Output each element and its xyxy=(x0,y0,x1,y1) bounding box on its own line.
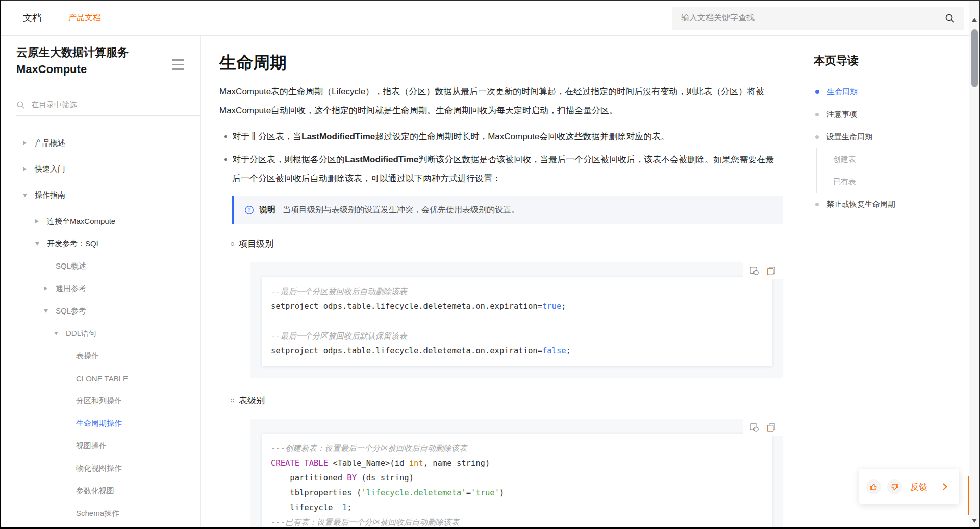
toc-item-label: 设置生命周期 xyxy=(826,132,872,142)
doc-search-placeholder: 输入文档关键字查找 xyxy=(681,13,755,23)
copy-code-icon[interactable] xyxy=(766,423,776,432)
section-heading-text: 项目级别 xyxy=(239,238,273,250)
toc-item[interactable]: 禁止或恢复生命周期 xyxy=(814,193,967,215)
view-code-icon[interactable] xyxy=(749,423,759,432)
sidebar-item[interactable]: 产品概述 xyxy=(1,132,200,154)
toc-filter-placeholder: 在目录中筛选 xyxy=(31,100,77,110)
expand-arrow-icon[interactable] xyxy=(35,219,47,223)
toc-item-label: 生命周期 xyxy=(827,87,858,97)
section-heading: 项目级别 xyxy=(231,236,783,251)
collapse-arrow-icon[interactable] xyxy=(35,242,47,246)
sidebar-item-label: Schema操作 xyxy=(76,509,119,518)
toc-item[interactable]: 注意事项 xyxy=(814,103,967,126)
sidebar-item[interactable]: 操作指南 xyxy=(1,184,200,206)
sidebar-item-label: 连接至MaxCompute xyxy=(47,217,115,226)
top-header: 文档 产品文档 输入文档关键字查找 xyxy=(1,1,969,36)
sidebar-item[interactable]: 视图操作 xyxy=(1,435,200,457)
scrollbar-thumb[interactable] xyxy=(971,29,978,87)
sidebar-nav: 产品概述快速入门操作指南连接至MaxCompute开发参考：SQLSQL概述通用… xyxy=(1,132,200,524)
sidebar-item-label: SQL概述 xyxy=(56,261,86,271)
toc-item[interactable]: 生命周期 xyxy=(814,81,967,103)
thumbs-down-button[interactable] xyxy=(887,479,902,494)
toc-title: 本页导读 xyxy=(814,53,967,68)
toc-item[interactable]: 已有表 xyxy=(816,171,967,193)
toc-item[interactable]: 设置生命周期 xyxy=(814,126,967,148)
page-toc: 本页导读 生命周期注意事项设置生命周期创建表已有表禁止或恢复生命周期 xyxy=(814,36,967,215)
sidebar-item[interactable]: 开发参考：SQL xyxy=(1,232,200,255)
scroll-down-arrow-icon[interactable] xyxy=(972,519,977,523)
sidebar-item[interactable]: 通用参考 xyxy=(1,277,200,300)
list-item: 对于分区表，则根据各分区的LastModifiedTime判断该分区数据是否该被… xyxy=(219,150,783,188)
vertical-scrollbar[interactable] xyxy=(969,1,979,527)
product-title-line2: MaxCompute xyxy=(16,61,170,78)
sidebar-item[interactable]: 生命周期操作 xyxy=(1,412,200,435)
sidebar-item-label: 生命周期操作 xyxy=(76,419,122,428)
note-text: 当项目级别与表级别的设置发生冲突，会优先使用表级别的设置。 xyxy=(283,205,519,215)
code-line: setproject odps.table.lifecycle.deleteme… xyxy=(271,344,763,358)
note-box: ? 说明 当项目级别与表级别的设置发生冲突，会优先使用表级别的设置。 xyxy=(232,196,783,224)
bullet-dot xyxy=(224,135,227,138)
sidebar-item-label: 分区和列操作 xyxy=(76,396,122,406)
section-heading-text: 表级别 xyxy=(239,395,265,406)
sidebar-item[interactable]: 快速入门 xyxy=(1,158,200,180)
bullet-dot xyxy=(224,158,227,161)
toc-list: 生命周期注意事项设置生命周期创建表已有表禁止或恢复生命周期 xyxy=(814,81,967,215)
code-line: tblproperties ('lifecycle.deletemeta'='t… xyxy=(271,486,763,500)
code-card: --最后一个分区被回收后自动删除该表setproject odps.table.… xyxy=(262,277,772,366)
product-title: 云原生大数据计算服务 MaxCompute xyxy=(16,44,170,78)
doc-search-input[interactable]: 输入文档关键字查找 xyxy=(672,7,964,30)
product-docs-link[interactable]: 产品文档 xyxy=(68,13,101,23)
question-circle-icon: ? xyxy=(244,205,254,215)
search-icon[interactable] xyxy=(945,13,955,23)
collapse-arrow-icon[interactable] xyxy=(54,332,66,335)
sidebar-item[interactable]: 表操作 xyxy=(1,345,200,367)
sidebar-item[interactable]: 参数化视图 xyxy=(1,479,200,502)
toc-filter-input[interactable]: 在目录中筛选 xyxy=(16,98,185,111)
sidebar-item[interactable]: 分区和列操作 xyxy=(1,390,200,412)
list-item: 对于非分区表，当LastModifiedTime超过设定的生命周期时长时，Max… xyxy=(219,127,783,146)
collapse-arrow-icon[interactable] xyxy=(23,194,35,197)
brand-docs-link[interactable]: 文档 xyxy=(23,12,41,24)
sidebar-item-label: 物化视图操作 xyxy=(76,464,122,473)
circle-bullet xyxy=(231,399,234,402)
toc-item[interactable]: 创建表 xyxy=(816,148,967,171)
collapse-arrow-icon[interactable] xyxy=(44,309,56,313)
chevron-right-icon[interactable] xyxy=(940,482,949,491)
sidebar-item-label: 开发参考：SQL xyxy=(47,239,100,249)
sidebar: 云原生大数据计算服务 MaxCompute 在目录中筛选 产品概述快速入门操作指… xyxy=(1,36,201,527)
sidebar-item[interactable]: 物化视图操作 xyxy=(1,457,200,479)
thumbs-up-button[interactable] xyxy=(866,479,881,494)
sidebar-item[interactable]: 连接至MaxCompute xyxy=(1,210,200,232)
expand-arrow-icon[interactable] xyxy=(23,141,35,145)
sidebar-item[interactable]: SQL参考 xyxy=(1,300,200,322)
sidebar-item-label: 操作指南 xyxy=(35,190,65,200)
toc-item-label: 禁止或恢复生命周期 xyxy=(826,200,895,209)
app-window: 文档 产品文档 输入文档关键字查找 云原生大数据计算服务 MaxCompute … xyxy=(0,0,980,529)
toc-bullet-dot xyxy=(815,135,819,139)
sidebar-item-label: 通用参考 xyxy=(56,284,86,294)
toc-bullet-dot xyxy=(815,90,819,94)
note-label: 说明 xyxy=(259,205,275,215)
sidebar-item[interactable]: CLONE TABLE xyxy=(1,367,200,390)
sidebar-item[interactable]: DDL语句 xyxy=(1,322,200,345)
header-divider xyxy=(55,13,55,23)
sidebar-divider xyxy=(16,115,200,116)
view-code-icon[interactable] xyxy=(749,266,759,276)
toc-item-label: 创建表 xyxy=(833,155,856,164)
thumbs-up-icon xyxy=(869,483,878,491)
toc-item-label: 注意事项 xyxy=(826,110,857,119)
product-title-line1: 云原生大数据计算服务 xyxy=(16,44,170,61)
toc-item-label: 已有表 xyxy=(833,177,856,187)
scroll-up-arrow-icon[interactable] xyxy=(972,18,977,22)
copy-code-icon[interactable] xyxy=(766,266,776,276)
sidebar-item[interactable]: Schema操作 xyxy=(1,502,200,524)
code-line: CREATE TABLE <Table_Name>(id int, name s… xyxy=(271,456,763,471)
expand-arrow-icon[interactable] xyxy=(44,286,56,291)
code-line: --最后一个分区被回收后默认保留该表 xyxy=(271,329,763,344)
sidebar-item[interactable]: SQL概述 xyxy=(1,255,200,277)
sidebar-item-label: CLONE TABLE xyxy=(76,374,128,383)
feedback-button[interactable]: 反馈 xyxy=(910,481,927,493)
expand-arrow-icon[interactable] xyxy=(23,167,35,171)
collapse-menu-icon[interactable] xyxy=(172,59,184,73)
sidebar-item-label: 参数化视图 xyxy=(76,486,114,496)
